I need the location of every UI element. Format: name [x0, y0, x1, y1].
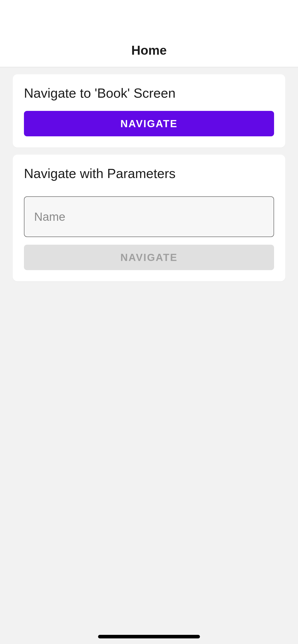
nav-bar: Home [0, 34, 298, 67]
content-area: Navigate to 'Book' Screen NAVIGATE Navig… [0, 67, 298, 644]
navigate-params-button[interactable]: NAVIGATE [24, 245, 274, 270]
home-indicator[interactable] [98, 635, 200, 638]
navigate-book-button[interactable]: NAVIGATE [24, 111, 274, 136]
card-params-navigate: Navigate with Parameters NAVIGATE [13, 155, 285, 281]
card-book-navigate: Navigate to 'Book' Screen NAVIGATE [13, 74, 285, 148]
status-bar [0, 0, 298, 34]
page-title: Home [131, 43, 167, 58]
name-field[interactable] [24, 196, 274, 237]
card-title: Navigate to 'Book' Screen [24, 85, 274, 101]
card-title: Navigate with Parameters [24, 166, 274, 181]
